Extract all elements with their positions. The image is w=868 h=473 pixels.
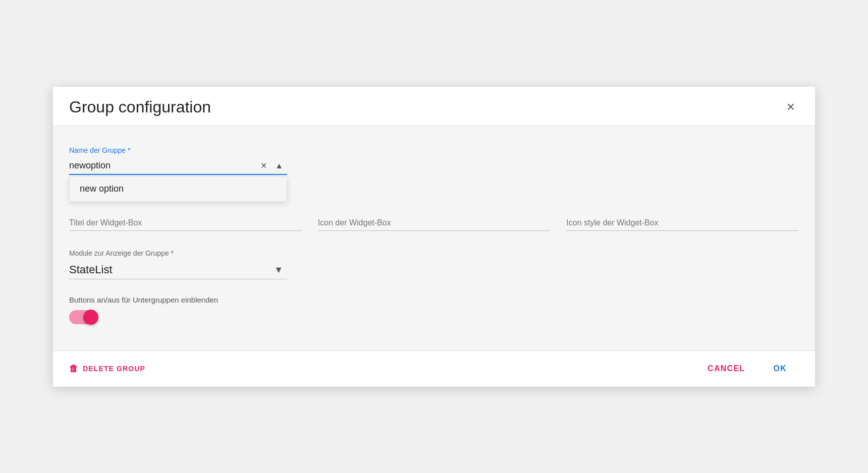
dialog-title: Group configuration xyxy=(69,98,211,116)
close-button[interactable]: × xyxy=(783,98,799,116)
dialog-footer: 🗑 DELETE GROUP CANCEL OK xyxy=(53,350,815,387)
toggle-label: Buttons an/aus für Untergruppen einblend… xyxy=(69,295,799,304)
trash-icon: 🗑 xyxy=(69,364,79,374)
clear-button[interactable]: ✕ xyxy=(258,161,269,171)
dialog-header: Group configuration × xyxy=(53,87,815,126)
delete-group-button[interactable]: 🗑 DELETE GROUP xyxy=(69,364,145,374)
group-config-dialog: Group configuration × Name der Gruppe * … xyxy=(53,87,815,387)
name-input[interactable] xyxy=(69,157,287,175)
module-select[interactable]: StateList xyxy=(69,260,287,279)
footer-left: 🗑 DELETE GROUP xyxy=(69,364,145,374)
toggle-control[interactable] xyxy=(69,310,97,324)
toggle-thumb xyxy=(83,310,98,325)
widget-icon-style-wrapper xyxy=(566,215,799,231)
name-field-section: Name der Gruppe * ✕ ▲ new option xyxy=(69,146,799,175)
module-section: Module zur Anzeige der Gruppe * StateLis… xyxy=(69,249,799,279)
dropdown-option-new-option[interactable]: new option xyxy=(70,176,287,201)
name-input-actions: ✕ ▲ xyxy=(258,161,285,171)
widget-icon-wrapper xyxy=(318,215,551,231)
name-input-container: ✕ ▲ new option xyxy=(69,157,287,175)
module-select-wrapper: StateList ▼ xyxy=(69,260,287,279)
widget-title-wrapper xyxy=(69,215,302,231)
ok-button[interactable]: OK xyxy=(761,358,799,379)
name-dropdown-menu: new option xyxy=(69,176,287,202)
widget-fields-row xyxy=(69,215,799,231)
cancel-button[interactable]: CANCEL xyxy=(695,358,757,379)
toggle-section: Buttons an/aus für Untergruppen einblend… xyxy=(69,295,799,326)
name-field-label: Name der Gruppe * xyxy=(69,146,799,154)
widget-title-input[interactable] xyxy=(69,215,302,231)
dialog-body: Name der Gruppe * ✕ ▲ new option xyxy=(53,126,815,350)
module-label: Module zur Anzeige der Gruppe * xyxy=(69,249,799,257)
collapse-button[interactable]: ▲ xyxy=(273,161,285,171)
footer-right: CANCEL OK xyxy=(695,358,799,379)
widget-icon-style-input[interactable] xyxy=(566,215,799,231)
widget-icon-input[interactable] xyxy=(318,215,551,231)
delete-label: DELETE GROUP xyxy=(83,365,145,373)
toggle-track xyxy=(69,310,97,324)
